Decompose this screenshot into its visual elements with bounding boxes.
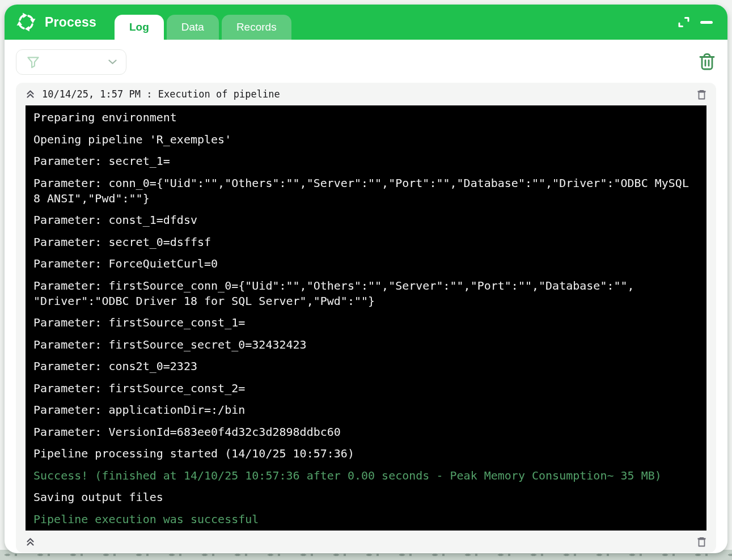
expand-button[interactable] — [676, 15, 691, 29]
log-line: Pipeline execution was successful — [33, 512, 699, 527]
log-line: Opening pipeline 'R_exemples' — [33, 132, 699, 147]
page-title: Process — [45, 15, 96, 30]
log-line: Parameter: firstSource_conn_0={"Uid":"",… — [33, 278, 699, 309]
toolbar — [16, 49, 716, 75]
tab-log[interactable]: Log — [115, 15, 164, 40]
log-line: Parameter: cons2t_0=2323 — [33, 359, 699, 374]
log-line: Parameter: firstSource_const_2= — [33, 381, 699, 396]
trash-icon-small — [697, 536, 706, 547]
log-line: Parameter: ForceQuietCurl=0 — [33, 256, 699, 271]
process-window: Process Log Data Records — [5, 5, 727, 553]
terminal[interactable]: Preparing environmentOpening pipeline 'R… — [26, 105, 706, 531]
log-entry-header: 10/14/25, 1:57 PM : Execution of pipelin… — [16, 83, 716, 105]
log-line: Saving output files — [33, 490, 699, 505]
trash-icon — [698, 52, 716, 71]
log-entry-footer — [16, 531, 716, 553]
trash-icon-small — [697, 89, 706, 100]
log-line: Parameter: applicationDir=:/bin — [33, 402, 699, 418]
double-chevron-up-icon — [26, 537, 35, 547]
log-line: Preparing environment — [33, 110, 699, 125]
log-entry-title: 10/14/25, 1:57 PM : Execution of pipelin… — [42, 88, 280, 100]
filter-select[interactable] — [16, 49, 126, 75]
minimize-button[interactable] — [700, 21, 713, 24]
log-line: Pipeline processing started (14/10/25 10… — [33, 446, 699, 461]
double-chevron-up-icon — [26, 89, 35, 99]
window-controls — [676, 15, 713, 29]
titlebar: Process Log Data Records — [5, 5, 727, 40]
collapse-entry-button[interactable] — [26, 89, 35, 99]
collapse-entry-button-bottom[interactable] — [26, 537, 35, 547]
log-line: Success! (finished at 14/10/25 10:57:36 … — [33, 468, 699, 483]
tab-data[interactable]: Data — [167, 15, 219, 40]
log-line: Parameter: conn_0={"Uid":"","Others":"",… — [33, 176, 699, 206]
tab-records[interactable]: Records — [222, 15, 291, 40]
expand-icon — [676, 15, 691, 29]
log-line: Parameter: const_1=dfdsv — [33, 213, 699, 228]
process-cycle-icon — [16, 12, 36, 32]
clear-log-button[interactable] — [698, 52, 716, 71]
log-line: Parameter: secret_1= — [33, 154, 699, 169]
filter-funnel-icon — [26, 55, 40, 69]
log-line: Parameter: firstSource_const_1= — [33, 315, 699, 330]
tab-bar: Log Data Records — [115, 15, 291, 40]
content-area: 10/14/25, 1:57 PM : Execution of pipelin… — [5, 49, 727, 553]
log-line: Parameter: firstSource_secret_0=32432423 — [33, 337, 699, 353]
log-entry-card: 10/14/25, 1:57 PM : Execution of pipelin… — [16, 83, 716, 553]
log-line: Parameter: VersionId=683ee0f4d32c3d2898d… — [33, 425, 699, 440]
delete-entry-button-bottom[interactable] — [697, 536, 706, 547]
minimize-icon — [700, 21, 713, 24]
delete-entry-button-top[interactable] — [697, 89, 706, 100]
title-group: Process — [16, 12, 96, 32]
chevron-down-icon — [108, 60, 117, 65]
log-line: Parameter: secret_0=dsffsf — [33, 235, 699, 250]
